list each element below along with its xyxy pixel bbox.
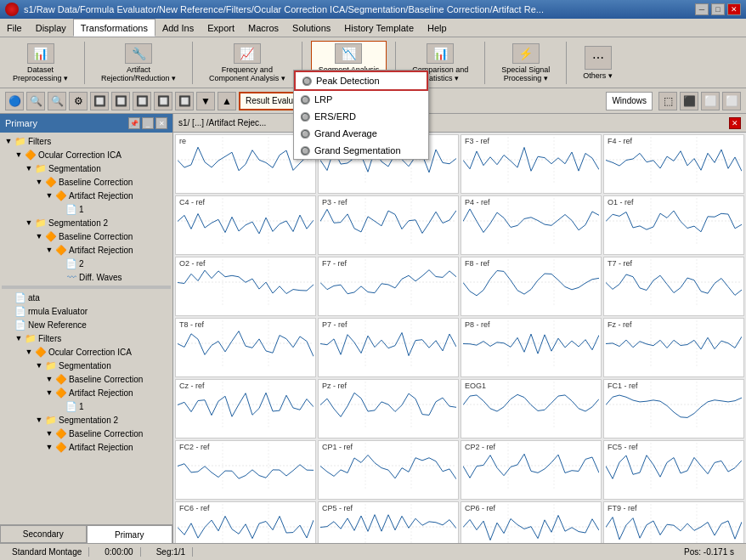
minimize-button[interactable]: ─: [695, 3, 709, 15]
tb2-btn-w4[interactable]: ⬜: [722, 92, 741, 110]
menu-solutions[interactable]: Solutions: [285, 19, 337, 37]
tree-expander-baseline3[interactable]: ▼: [44, 374, 54, 384]
tree-expander-seg1[interactable]: ▼: [24, 163, 34, 173]
chart-cell-t7ref[interactable]: T7 - ref: [603, 257, 744, 316]
toolbar-others[interactable]: ⋯ Others ▾: [575, 41, 620, 85]
menu-file[interactable]: File: [0, 19, 29, 37]
menu-display[interactable]: Display: [29, 19, 73, 37]
tree-diffwaves[interactable]: 〰 Diff. Waves: [2, 270, 171, 284]
close-button[interactable]: ✕: [727, 3, 741, 15]
chart-cell-p8ref[interactable]: P8 - ref: [461, 318, 602, 377]
chart-cell-cp5ref[interactable]: CP5 - ref: [318, 501, 459, 543]
chart-cell-czref[interactable]: Cz - ref: [175, 379, 316, 438]
chart-cell-f7ref[interactable]: F7 - ref: [318, 257, 459, 316]
dropdown-ers-erd[interactable]: 🔘 ERS/ERD: [294, 108, 428, 125]
tb2-btn-down[interactable]: ▼: [196, 92, 215, 110]
tb2-btn-1[interactable]: 🔵: [5, 92, 24, 110]
tree-expander-filters2[interactable]: ▼: [14, 333, 24, 343]
tb2-btn-w3[interactable]: ⬜: [701, 92, 720, 110]
tb2-btn-4[interactable]: ⚙: [69, 92, 88, 110]
chart-cell-fzref[interactable]: Fz - ref: [603, 318, 744, 377]
tree-filters[interactable]: ▼ 📁 Filters: [2, 134, 171, 148]
dropdown-grand-segmentation[interactable]: 🔘 Grand Segmentation: [294, 142, 428, 159]
tree-baseline1[interactable]: ▼ 🔶 Baseline Correction: [2, 175, 171, 189]
tb2-btn-up[interactable]: ▲: [218, 92, 236, 110]
tree-artifact4[interactable]: ▼ 🔶 Artifact Rejection: [2, 440, 171, 454]
menu-help[interactable]: Help: [421, 19, 454, 37]
chart-cell-cp2ref[interactable]: CP2 - ref: [461, 440, 602, 500]
chart-cell-t8ref[interactable]: T8 - ref: [175, 318, 316, 377]
tb2-btn-9[interactable]: 🔲: [175, 92, 194, 110]
tb2-btn-w1[interactable]: ⬚: [658, 92, 677, 110]
tree-ocular1[interactable]: ▼ 🔶 Ocular Correction ICA: [2, 148, 171, 161]
menu-macros[interactable]: Macros: [241, 19, 285, 37]
sidebar-pin-button[interactable]: 📌: [128, 117, 140, 129]
tab-secondary[interactable]: Secondary: [0, 525, 87, 543]
tree-expander-filters[interactable]: ▼: [3, 136, 14, 146]
chart-cell-f3ref[interactable]: F3 - ref: [461, 134, 602, 194]
tb2-btn-2[interactable]: 🔍: [26, 92, 45, 110]
chart-cell-f8ref[interactable]: F8 - ref: [461, 257, 602, 316]
dropdown-lrp[interactable]: 🔘 LRP: [294, 91, 428, 108]
tree-newref[interactable]: 📄 New Reference: [2, 318, 171, 331]
tree-expander-seg2[interactable]: ▼: [24, 218, 34, 228]
sidebar-min-button[interactable]: _: [142, 117, 154, 129]
toolbar-artifact-rejection[interactable]: 🔧 Artifact Rejection/Reduction ▾: [93, 41, 184, 85]
menu-transformations[interactable]: Transformations: [73, 19, 155, 37]
tb2-btn-w2[interactable]: ⬛: [680, 92, 698, 110]
tree-expander-artifact4[interactable]: ▼: [44, 442, 54, 452]
tree-baseline2[interactable]: ▼ 🔶 Baseline Correction: [2, 229, 171, 243]
tb2-btn-7[interactable]: 🔲: [133, 92, 151, 110]
tree-expander-artifact1[interactable]: ▼: [44, 190, 54, 201]
tree-ocular2[interactable]: ▼ 🔶 Ocular Correction ICA: [2, 345, 171, 359]
tree-expander-artifact2[interactable]: ▼: [44, 245, 54, 255]
tree-expander-ocular1[interactable]: ▼: [14, 150, 24, 160]
tree-artifact1[interactable]: ▼ 🔶 Artifact Rejection: [2, 189, 171, 202]
chart-cell-cp1ref[interactable]: CP1 - ref: [318, 440, 459, 500]
tree-baseline3[interactable]: ▼ 🔶 Baseline Correction: [2, 372, 171, 386]
chart-cell-fc6ref[interactable]: FC6 - ref: [175, 501, 316, 543]
tree-expander-seg4[interactable]: ▼: [34, 415, 44, 425]
tree-baseline4[interactable]: ▼ 🔶 Baseline Correction: [2, 427, 171, 440]
tb2-btn-5[interactable]: 🔲: [90, 92, 109, 110]
chart-cell-ft9ref[interactable]: FT9 - ref: [603, 501, 744, 543]
tree-seg3[interactable]: ▼ 📁 Segmentation: [2, 359, 171, 372]
tree-expander-baseline1[interactable]: ▼: [34, 177, 44, 187]
chart-cell-fc2ref[interactable]: FC2 - ref: [175, 440, 316, 500]
chart-close-button[interactable]: ✕: [729, 117, 741, 129]
dropdown-peak-detection[interactable]: 🔘 Peak Detection: [294, 71, 428, 91]
tree-node-2[interactable]: 📄 2: [2, 257, 171, 270]
menu-history-template[interactable]: History Template: [337, 19, 421, 37]
tab-primary[interactable]: Primary: [87, 525, 173, 543]
tree-rmula[interactable]: 📄 rmula Evaluator: [2, 304, 171, 318]
chart-cell-o2ref[interactable]: O2 - ref: [175, 257, 316, 316]
tb2-btn-3[interactable]: 🔍: [48, 92, 66, 110]
chart-cell-cp6ref[interactable]: CP6 - ref: [461, 501, 602, 543]
tree-seg4[interactable]: ▼ 📁 Segmentation 2: [2, 413, 171, 427]
tree-filters2[interactable]: ▼ 📁 Filters: [2, 331, 171, 345]
tree-ata[interactable]: 📄 ata: [2, 291, 171, 304]
tree-expander-baseline4[interactable]: ▼: [44, 428, 54, 438]
chart-cell-eog1[interactable]: EOG1: [461, 379, 602, 438]
sidebar-close-button[interactable]: ✕: [155, 117, 167, 129]
menu-addins[interactable]: Add Ins: [155, 19, 201, 37]
tree-seg1[interactable]: ▼ 📁 Segmentation: [2, 161, 171, 175]
chart-cell-pzref[interactable]: Pz - ref: [318, 379, 459, 438]
tb2-btn-6[interactable]: 🔲: [111, 92, 130, 110]
toolbar-special-signal[interactable]: ⚡ Special Signal Processing ▾: [494, 41, 557, 85]
tree-artifact2[interactable]: ▼ 🔶 Artifact Rejection: [2, 243, 171, 257]
chart-cell-fc1ref[interactable]: FC1 - ref: [603, 379, 744, 438]
tree-expander-ocular2[interactable]: ▼: [24, 347, 34, 357]
chart-cell-p7ref[interactable]: P7 - ref: [318, 318, 459, 377]
toolbar-frequency-component[interactable]: 📈 Frequency and Component Analysis ▾: [201, 41, 293, 85]
tree-expander-baseline2[interactable]: ▼: [34, 231, 44, 241]
maximize-button[interactable]: □: [711, 3, 725, 15]
chart-cell-fc5ref[interactable]: FC5 - ref: [603, 440, 744, 500]
chart-cell-p3ref[interactable]: P3 - ref: [318, 195, 459, 255]
chart-cell-p4ref[interactable]: P4 - ref: [461, 195, 602, 255]
chart-cell-c4ref[interactable]: C4 - ref: [175, 195, 316, 255]
toolbar-dataset-preprocessing[interactable]: 📊 Dataset Preprocessing ▾: [5, 41, 76, 85]
dropdown-grand-average[interactable]: 🔘 Grand Average: [294, 125, 428, 142]
tree-artifact3[interactable]: ▼ 🔶 Artifact Rejection: [2, 386, 171, 399]
tree-seg2[interactable]: ▼ 📁 Segmentation 2: [2, 216, 171, 229]
